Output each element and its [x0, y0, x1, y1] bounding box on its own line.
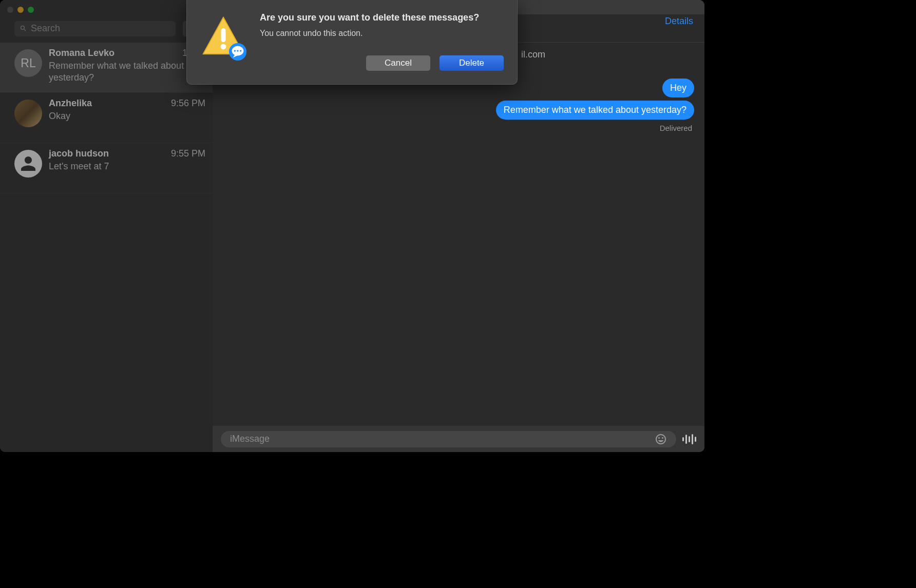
conversation-preview: Remember what we talked about yesterday?	[49, 60, 205, 84]
conversation-body: Romana Levko 10:49 Remember what we talk…	[49, 48, 205, 88]
window-close-button[interactable]	[7, 7, 13, 13]
message-bubble-sent[interactable]: Hey	[662, 79, 694, 97]
conversation-item[interactable]: jacob hudson 9:55 PM Let's meet at 7	[0, 143, 213, 193]
details-link[interactable]: Details	[665, 16, 693, 27]
conversation-item[interactable]: RL Romana Levko 10:49 Remember what we t…	[0, 43, 213, 93]
dialog-buttons: Cancel Delete	[260, 55, 504, 71]
conversation-time: 9:55 PM	[171, 148, 205, 159]
dialog-title: Are you sure you want to delete these me…	[260, 11, 504, 24]
recipient-address-fragment: il.com	[521, 49, 545, 60]
sidebar-toolbar: Search	[0, 14, 213, 43]
avatar	[14, 150, 42, 178]
window-zoom-button[interactable]	[28, 7, 34, 13]
conversation-preview: Let's meet at 7	[49, 161, 205, 172]
search-icon	[20, 25, 27, 32]
svg-point-6	[237, 50, 238, 51]
svg-point-5	[234, 50, 236, 51]
messages-app-badge-icon	[228, 42, 247, 62]
conversation-name: jacob hudson	[49, 148, 109, 159]
audio-message-icon[interactable]	[682, 434, 696, 444]
svg-point-2	[221, 44, 226, 50]
person-silhouette-icon	[17, 153, 39, 174]
conversation-preview: Okay	[49, 110, 205, 122]
conversation-body: jacob hudson 9:55 PM Let's meet at 7	[49, 148, 205, 189]
search-placeholder: Search	[31, 23, 60, 34]
delete-confirmation-dialog: Are you sure you want to delete these me…	[186, 0, 518, 85]
traffic-lights	[5, 2, 34, 13]
emoji-picker-icon[interactable]	[655, 433, 667, 445]
dialog-message: You cannot undo this action.	[260, 29, 504, 38]
dialog-content: Are you sure you want to delete these me…	[260, 11, 504, 71]
warning-icon	[200, 14, 246, 61]
svg-rect-1	[221, 28, 226, 42]
messages-area: Hey Remember what we talked about yester…	[213, 43, 704, 426]
window-minimize-button[interactable]	[17, 7, 24, 13]
avatar: RL	[14, 49, 42, 77]
delete-button[interactable]: Delete	[440, 55, 504, 71]
svg-point-7	[240, 50, 241, 51]
cancel-button[interactable]: Cancel	[366, 55, 430, 71]
message-bubble-sent[interactable]: Remember what we talked about yesterday?	[496, 101, 694, 120]
message-input[interactable]: iMessage	[221, 431, 676, 447]
conversation-name: Anzhelika	[49, 98, 92, 109]
conversation-list: RL Romana Levko 10:49 Remember what we t…	[0, 0, 213, 452]
conversation-item[interactable]: Anzhelika 9:56 PM Okay	[0, 93, 213, 143]
message-input-placeholder: iMessage	[230, 434, 270, 444]
conversation-body: Anzhelika 9:56 PM Okay	[49, 98, 205, 139]
conversation-name: Romana Levko	[49, 48, 115, 58]
delivery-status: Delivered	[660, 124, 692, 132]
messages-app-window: Search RL Romana Levko 10:49 Remember wh…	[0, 0, 704, 452]
avatar	[14, 100, 42, 127]
avatar-initials: RL	[21, 56, 35, 70]
search-input[interactable]: Search	[14, 21, 176, 36]
compose-bar: iMessage	[213, 426, 704, 452]
conversation-time: 9:56 PM	[171, 98, 205, 109]
